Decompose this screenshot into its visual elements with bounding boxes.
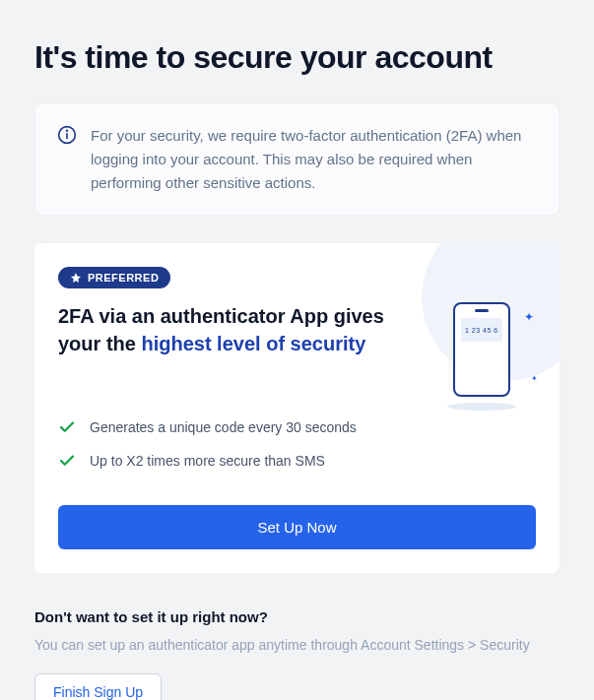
set-up-now-button[interactable]: Set Up Now (58, 505, 536, 549)
check-icon (58, 452, 76, 470)
badge-label: PREFERRED (88, 272, 159, 284)
phone-illustration: ✦ ✦ 1 23 45 6 (428, 302, 536, 411)
feature-text: Up to X2 times more secure than SMS (90, 453, 325, 469)
info-icon (57, 125, 77, 145)
sparkle-icon: ✦ (531, 374, 538, 383)
star-icon (70, 272, 82, 284)
preferred-badge: PREFERRED (58, 267, 170, 288)
card-title-highlight: highest level of security (141, 333, 365, 354)
check-icon (58, 418, 76, 436)
phone-icon: 1 23 45 6 (453, 302, 510, 397)
feature-item: Generates a unique code every 30 seconds (58, 411, 536, 444)
footer-title: Don't want to set it up right now? (34, 608, 560, 625)
feature-item: Up to X2 times more secure than SMS (58, 444, 536, 477)
footer-section: Don't want to set it up right now? You c… (34, 608, 560, 700)
sparkle-icon: ✦ (524, 310, 534, 324)
auth-app-card: PREFERRED 2FA via an authenticator App g… (34, 243, 560, 573)
phone-shadow (447, 403, 516, 411)
info-banner-text: For your security, we require two-factor… (91, 124, 537, 195)
feature-list: Generates a unique code every 30 seconds… (58, 411, 536, 477)
info-banner: For your security, we require two-factor… (34, 103, 560, 216)
feature-text: Generates a unique code every 30 seconds (90, 419, 357, 435)
phone-screen-code: 1 23 45 6 (461, 318, 502, 342)
card-title: 2FA via an authenticator App gives your … (58, 302, 408, 357)
footer-text: You can set up an authenticator app anyt… (34, 635, 560, 656)
finish-sign-up-button[interactable]: Finish Sign Up (34, 673, 162, 700)
page-title: It's time to secure your account (34, 39, 560, 76)
svg-point-2 (67, 130, 68, 131)
